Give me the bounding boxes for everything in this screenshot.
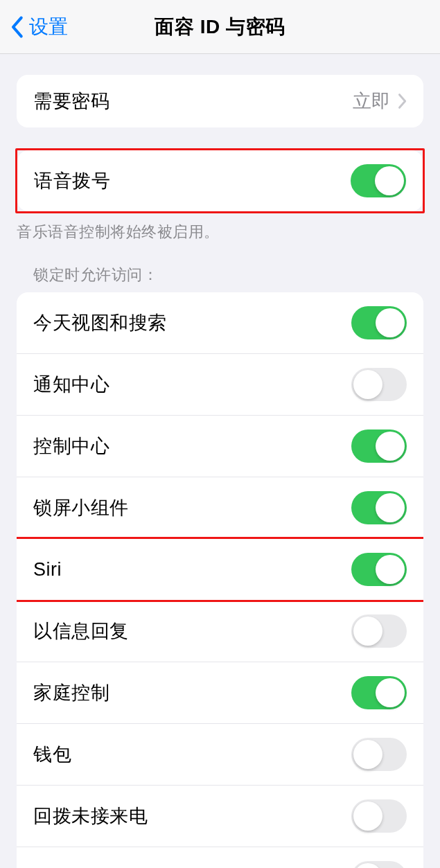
lock-access-row: USB 配件 — [17, 847, 423, 868]
lock-access-label: 回拨未接来电 — [33, 804, 148, 829]
lock-access-toggle[interactable] — [351, 553, 407, 586]
lock-access-label: USB 配件 — [33, 865, 116, 868]
require-passcode-row[interactable]: 需要密码 立即 — [17, 75, 423, 127]
require-passcode-card: 需要密码 立即 — [17, 75, 423, 127]
voice-dial-label: 语音拨号 — [34, 168, 110, 193]
require-passcode-value: 立即 — [353, 89, 390, 114]
lock-access-toggle[interactable] — [351, 491, 407, 524]
require-passcode-value-wrap: 立即 — [353, 89, 407, 114]
lock-access-row: 控制中心 — [17, 416, 423, 477]
voice-dial-card: 语音拨号 — [17, 150, 423, 211]
page-title: 面容 ID 与密码 — [155, 14, 285, 40]
lock-access-card: 今天视图和搜索通知中心控制中心锁屏小组件Siri以信息回复家庭控制钱包回拨未接来… — [17, 292, 423, 868]
lock-access-row: 以信息回复 — [17, 601, 423, 662]
voice-dial-row: 语音拨号 — [17, 150, 423, 211]
toggle-knob — [353, 801, 382, 831]
chevron-right-icon — [397, 93, 407, 109]
lock-access-toggle[interactable] — [351, 614, 407, 648]
lock-access-row: 钱包 — [17, 724, 423, 786]
toggle-knob — [376, 493, 405, 522]
lock-access-row: 家庭控制 — [17, 662, 423, 724]
toggle-knob — [353, 740, 382, 769]
back-button[interactable]: 设置 — [0, 14, 68, 40]
lock-access-label: 以信息回复 — [33, 619, 129, 644]
lock-access-toggle[interactable] — [351, 676, 407, 709]
lock-access-toggle[interactable] — [351, 861, 407, 868]
chevron-left-icon — [10, 15, 24, 39]
lock-access-row: Siri — [17, 539, 423, 601]
lock-access-row: 今天视图和搜索 — [17, 292, 423, 354]
lock-access-label: 家庭控制 — [33, 680, 109, 705]
voice-dial-toggle[interactable] — [351, 164, 406, 197]
lock-access-toggle[interactable] — [351, 368, 407, 401]
lock-access-toggle[interactable] — [351, 738, 407, 771]
toggle-knob — [375, 166, 404, 195]
lock-access-label: Siri — [33, 559, 62, 581]
toggle-knob — [353, 370, 382, 399]
lock-access-label: 锁屏小组件 — [33, 495, 129, 520]
voice-dial-footer: 音乐语音控制将始终被启用。 — [0, 213, 440, 242]
lock-access-toggle[interactable] — [351, 429, 407, 463]
toggle-knob — [353, 617, 382, 646]
lock-access-label: 钱包 — [33, 742, 71, 767]
lock-access-header: 锁定时允许访问： — [17, 265, 423, 292]
lock-access-toggle[interactable] — [351, 306, 407, 339]
lock-access-row: 通知中心 — [17, 354, 423, 416]
lock-access-label: 控制中心 — [33, 434, 109, 459]
require-passcode-label: 需要密码 — [33, 89, 109, 114]
back-label: 设置 — [29, 14, 68, 40]
toggle-knob — [376, 555, 405, 584]
content: 需要密码 立即 语音拨号 音乐语音控制将始终被启 — [0, 75, 440, 868]
lock-access-toggle[interactable] — [351, 799, 407, 833]
nav-bar: 设置 面容 ID 与密码 — [0, 0, 440, 54]
toggle-knob — [376, 432, 405, 461]
toggle-knob — [353, 863, 382, 868]
lock-access-row: 回拨未接来电 — [17, 786, 423, 847]
toggle-knob — [376, 678, 405, 707]
lock-access-label: 通知中心 — [33, 372, 109, 397]
lock-access-row: 锁屏小组件 — [17, 477, 423, 539]
toggle-knob — [376, 308, 405, 337]
voice-dial-highlight: 语音拨号 — [15, 148, 425, 213]
lock-access-label: 今天视图和搜索 — [33, 310, 167, 335]
